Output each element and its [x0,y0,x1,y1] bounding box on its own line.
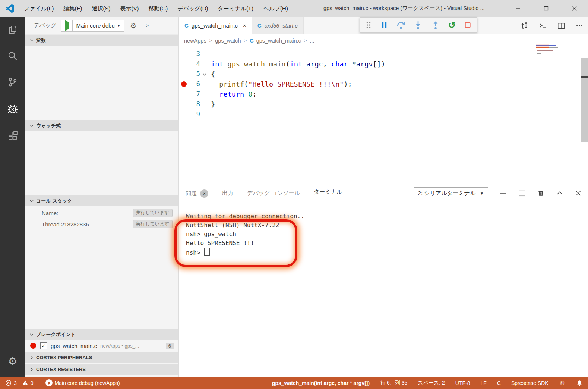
panel-tab-問題[interactable]: 問題3 [186,189,208,198]
menu-item[interactable]: 選択(S) [87,0,116,17]
fold-gutter[interactable] [200,59,209,69]
start-debug-button[interactable] [61,22,72,29]
code-line[interactable]: 4int gps_watch_main(int argc, char *argv… [179,59,559,69]
breakpoint-gutter[interactable] [179,89,189,99]
gear-icon[interactable]: ⚙ [130,21,137,30]
fold-gutter[interactable] [200,109,209,119]
cortex-peripherals-header[interactable]: CORTEX PERIPHERALS [25,352,178,363]
terminal-select[interactable]: 2: シリアルターミナル ▼ [414,187,488,199]
panel-tab-ターミナル[interactable]: ターミナル [314,188,342,198]
symbol-status[interactable]: gps_watch_main(int argc, char * argv[]) [272,380,370,386]
minimize-icon[interactable] [504,0,532,17]
step-into-icon[interactable] [413,20,423,30]
menu-item[interactable]: 移動(G) [144,0,173,17]
fold-gutter[interactable] [200,99,209,109]
code-line[interactable]: 7 return 0; [179,89,559,99]
step-out-icon[interactable] [431,20,440,30]
open-changes-icon[interactable] [520,22,528,30]
feedback-smiley-icon[interactable]: ☺ [559,379,566,387]
split-terminal-icon[interactable] [518,189,526,197]
watch-section-header[interactable]: ウォッチ式 [25,120,178,131]
debug-status[interactable]: Main core debug (newApps) [45,379,120,386]
breakpoint-gutter[interactable] [179,49,189,59]
menu-item[interactable]: 編集(E) [59,0,87,17]
pause-icon[interactable] [380,21,389,29]
menubar: ファイル(F)編集(E)選択(S)表示(V)移動(G)デバッグ(D)ターミナル(… [19,0,293,17]
breakpoint-gutter[interactable] [179,99,189,109]
open-terminal-icon[interactable] [538,21,547,30]
split-editor-icon[interactable] [557,22,565,30]
maximize-panel-icon[interactable] [556,189,564,197]
chevron-right-icon [28,355,35,361]
encoding-status[interactable]: UTF-8 [455,380,470,386]
menu-item[interactable]: ターミナル(T) [213,0,258,17]
cursor-position-status[interactable]: 行 6、列 35 [380,380,407,386]
code-area[interactable]: 34int gps_watch_main(int argc, char *arg… [179,47,559,185]
panel-tab-出力[interactable]: 出力 [222,190,233,197]
scrollbar-thumb[interactable] [581,58,588,142]
fold-gutter[interactable] [200,69,209,79]
chevron-down-icon[interactable]: ▼ [117,23,124,28]
breakpoint-gutter[interactable] [179,79,189,89]
files-icon[interactable] [0,21,25,39]
problems-status[interactable]: 3 0 [5,380,34,386]
breakpoints-section-header[interactable]: ブレークポイント [25,329,178,340]
breakpoint-gutter[interactable] [179,69,189,79]
menu-item[interactable]: ヘルプ(H) [258,0,293,17]
indentation-status[interactable]: スペース: 2 [418,380,445,386]
restart-icon[interactable]: ↺ [448,21,456,30]
code-line[interactable]: 6 printf("Hello SPRESENSE !!!\n"); [179,79,559,89]
tab-gps-watch-main[interactable]: C gps_watch_main.c × [179,17,252,34]
step-over-icon[interactable] [396,20,406,30]
breadcrumb-item[interactable]: ... [310,38,314,44]
stop-icon[interactable] [464,21,472,29]
call-stack-section-header[interactable]: コール スタック [25,195,178,206]
call-stack-row[interactable]: Thread 218282836実行しています [25,219,178,230]
sdk-status[interactable]: Spresense SDK [511,380,549,386]
more-actions-icon[interactable] [575,22,584,30]
editor-scrollbar[interactable] [581,44,588,160]
drag-grip-icon[interactable] [365,21,372,29]
fold-gutter[interactable] [200,79,209,89]
menu-item[interactable]: デバッグ(D) [173,0,213,17]
extensions-icon[interactable] [0,127,25,145]
source-control-icon[interactable] [0,73,25,91]
variables-section-header[interactable]: 変数 [25,34,178,46]
fold-gutter[interactable] [200,89,209,99]
language-status[interactable]: C [497,380,501,386]
breakpoint-gutter[interactable] [179,59,189,69]
new-terminal-icon[interactable] [499,189,507,197]
terminal-output[interactable]: Waiting for debugger connection..NuttShe… [186,212,304,257]
breakpoint-checkbox[interactable]: ✓ [40,342,47,349]
maximize-icon[interactable] [532,0,560,17]
breadcrumb-item[interactable]: newApps [184,38,206,44]
menu-item[interactable]: ファイル(F) [19,0,59,17]
breadcrumb-item[interactable]: gps_watch_main.c [256,38,301,44]
close-icon[interactable]: × [243,22,246,29]
kill-terminal-icon[interactable] [537,189,545,197]
minimap[interactable] [536,44,560,63]
code-line[interactable]: 9 [179,109,559,119]
notifications-bell-icon[interactable] [576,380,583,386]
breakpoint-list-item[interactable]: ✓ gps_watch_main.c newApps • gps_... 6 [25,340,178,352]
fold-gutter[interactable] [200,49,209,59]
panel-tab-デバッグ コンソール[interactable]: デバッグ コンソール [247,190,300,197]
cortex-registers-header[interactable]: CORTEX REGISTERS [25,364,178,375]
code-line[interactable]: 5{ [179,69,559,79]
code-line[interactable]: 8} [179,99,559,109]
call-stack-row[interactable]: Name:実行しています [25,207,178,219]
debug-configuration-select[interactable]: Main core debu [73,22,117,29]
tab-cxd56-start[interactable]: C cxd56_start.c [252,17,304,34]
close-icon[interactable] [560,0,588,17]
breadcrumb-item[interactable]: gps_watch [215,38,241,44]
breakpoint-gutter[interactable] [179,109,189,119]
minimap-highlight [536,44,549,48]
settings-gear-icon[interactable]: ⚙ [0,352,25,370]
debug-icon[interactable] [0,100,25,118]
menu-item[interactable]: 表示(V) [116,0,144,17]
close-panel-icon[interactable] [575,189,582,197]
eol-status[interactable]: LF [481,380,487,386]
open-console-icon[interactable]: > [143,21,152,30]
code-line[interactable]: 3 [179,49,559,59]
search-icon[interactable] [0,47,25,65]
